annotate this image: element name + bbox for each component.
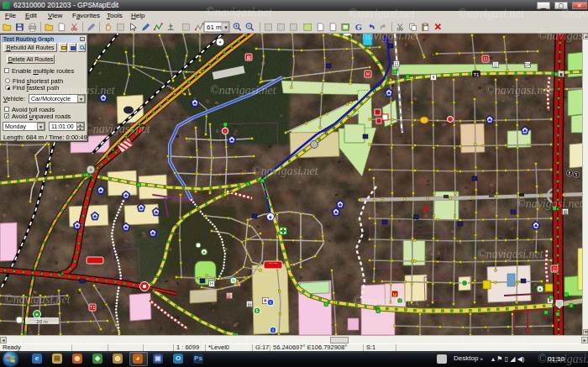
svg-text:▼: ▼ (223, 25, 228, 30)
svg-text:20 m: 20 m (36, 319, 47, 324)
svg-text:T1: T1 (90, 305, 95, 310)
svg-text:$: $ (256, 308, 259, 313)
svg-text:61 m: 61 m (207, 24, 222, 31)
svg-text:11: 11 (394, 61, 399, 66)
svg-text:DX: DX (524, 62, 531, 67)
svg-text:T1: T1 (474, 72, 479, 77)
svg-text:✕: ✕ (89, 167, 92, 172)
svg-text:▨: ▨ (246, 55, 250, 60)
svg-text:M: M (366, 71, 370, 76)
svg-text:⌒⌒: ⌒⌒ (268, 263, 278, 268)
svg-text:G: G (355, 23, 362, 32)
svg-text:M: M (393, 292, 397, 297)
svg-text:▨: ▨ (563, 209, 567, 214)
svg-text:▣: ▣ (559, 71, 563, 76)
svg-text:◫: ◫ (552, 266, 556, 271)
svg-text:◉: ◉ (269, 214, 272, 219)
svg-text:✶: ✶ (218, 39, 222, 45)
svg-text:▤: ▤ (247, 301, 251, 307)
svg-text:⛽: ⛽ (227, 292, 233, 299)
svg-text:8: 8 (569, 170, 571, 176)
svg-text:H: H (210, 281, 213, 286)
svg-text:11: 11 (483, 56, 488, 61)
svg-text:i: i (270, 300, 270, 305)
svg-text:↟: ↟ (432, 75, 436, 80)
svg-text:%: % (232, 278, 236, 283)
svg-text:5: 5 (575, 172, 578, 177)
svg-text:▒: ▒ (494, 62, 497, 68)
svg-text:i: i (272, 328, 273, 333)
